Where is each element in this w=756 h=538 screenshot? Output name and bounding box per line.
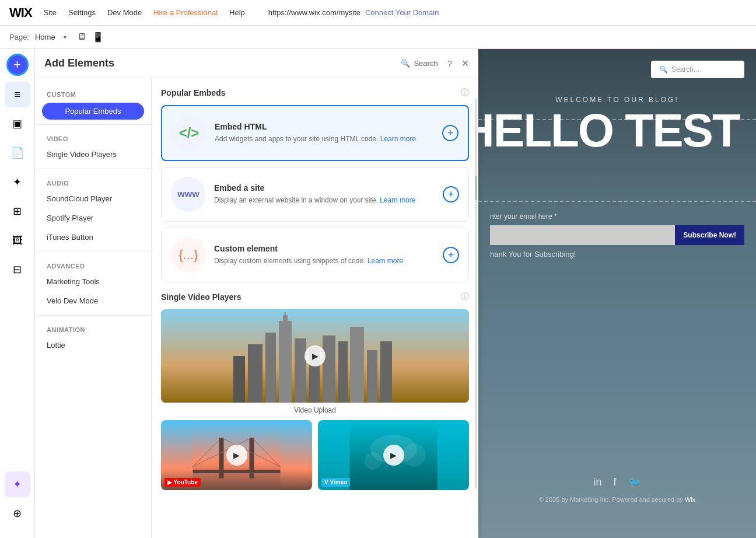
nav-settings[interactable]: Settings xyxy=(68,8,96,17)
chevron-down-icon[interactable]: ▾ xyxy=(64,34,66,40)
embed-site-info: Embed a site Display an external website… xyxy=(214,183,435,205)
nav-soundcloud[interactable]: SoundCloud Player xyxy=(35,189,151,208)
embed-site-title: Embed a site xyxy=(214,183,435,193)
info-icon[interactable]: ⓘ xyxy=(461,88,469,98)
embed-site-desc: Display an external website in a window … xyxy=(214,195,435,205)
nav-divider-3 xyxy=(35,251,151,252)
svg-rect-11 xyxy=(350,327,364,403)
nav-popular-embeds[interactable]: Popular Embeds xyxy=(42,103,144,120)
icon-sidebar-bottom: ✦ ⊕ xyxy=(5,471,30,533)
media-icon: 🖼 xyxy=(12,235,23,247)
nav-divider-2 xyxy=(35,169,151,169)
youtube-thumb[interactable]: ▶ ▶ YouTube xyxy=(161,420,312,490)
icon-sidebar: + ≡ ▣ 📄 ✦ ⊞ 🖼 ⊟ ✦ ⊕ xyxy=(0,49,35,538)
website-background: 🔍 Search... WELCOME TO OUR BLOG! HELLO T… xyxy=(478,49,756,538)
popular-embeds-title: Popular Embeds xyxy=(161,88,225,97)
vimeo-badge: V Vimeo xyxy=(321,478,350,487)
sidebar-item-apps[interactable]: ⊞ xyxy=(5,198,30,224)
facebook-icon[interactable]: f xyxy=(614,476,617,489)
footer-wix-link[interactable]: Wix xyxy=(685,496,695,503)
nav-spotify[interactable]: Spotify Player xyxy=(35,208,151,228)
embed-site-item[interactable]: www Embed a site Display an external web… xyxy=(161,167,469,222)
nav-section-video: VIDEO xyxy=(35,130,151,145)
data-icon: ⊟ xyxy=(13,263,22,276)
nav-site[interactable]: Site xyxy=(44,8,57,17)
footer-copyright: © 2035 by Marketing Inc. Powered and sec… xyxy=(539,496,683,503)
linkedin-icon[interactable]: in xyxy=(593,476,601,489)
dashed-line-middle xyxy=(478,201,756,202)
embed-html-learn-more[interactable]: Learn more xyxy=(380,135,416,143)
panel-content: Popular Embeds ⓘ </> Embed HTML Add widg… xyxy=(152,78,478,538)
add-element-button[interactable]: + xyxy=(6,54,29,76)
embed-site-add-button[interactable]: + xyxy=(443,186,459,202)
sidebar-item-ai[interactable]: ✦ xyxy=(5,471,30,497)
panel-title: Add Elements xyxy=(44,57,395,69)
vimeo-play-button[interactable]: ▶ xyxy=(383,445,404,466)
search-label: Search xyxy=(414,59,438,68)
twitter-icon[interactable]: 🐦 xyxy=(628,476,641,489)
plus-icon: + xyxy=(13,57,21,72)
mobile-icon[interactable]: 📱 xyxy=(92,32,104,43)
site-search-bar[interactable]: 🔍 Search... xyxy=(651,61,744,78)
svg-point-24 xyxy=(365,452,382,470)
sidebar-item-add[interactable]: ≡ xyxy=(5,82,30,107)
custom-element-item[interactable]: {...} Custom element Display custom elem… xyxy=(161,228,469,282)
search-icon: 🔍 xyxy=(401,59,410,68)
nav-velo[interactable]: Velo Dev Mode xyxy=(35,291,151,310)
custom-element-learn-more[interactable]: Learn more xyxy=(368,257,403,265)
youtube-play-button[interactable]: ▶ xyxy=(226,445,247,466)
video-section: Single Video Players ⓘ xyxy=(161,292,469,490)
hero-text: HELLO TEST xyxy=(478,107,756,154)
sidebar-item-pages[interactable]: 📄 xyxy=(5,140,30,166)
website-overlay: 🔍 Search... WELCOME TO OUR BLOG! HELLO T… xyxy=(478,49,756,538)
play-button[interactable]: ▶ xyxy=(304,345,326,366)
search-bar[interactable]: 🔍 Search xyxy=(401,59,438,68)
scroll-track[interactable] xyxy=(475,98,477,489)
embed-html-icon-circle: </> xyxy=(172,116,206,151)
subscribe-button[interactable]: Subscribe Now! xyxy=(675,225,744,245)
video-info-icon[interactable]: ⓘ xyxy=(461,292,469,302)
close-button[interactable]: ✕ xyxy=(461,58,469,69)
connect-domain[interactable]: Connect Your Domain xyxy=(365,8,439,17)
device-icons: 🖥 📱 xyxy=(77,32,104,43)
wix-logo: WIX xyxy=(9,5,32,20)
sidebar-item-sections[interactable]: ▣ xyxy=(5,111,30,137)
custom-element-add-button[interactable]: + xyxy=(443,247,459,263)
panel-nav: CUSTOM Popular Embeds VIDEO Single Video… xyxy=(35,78,152,538)
sidebar-item-layers[interactable]: ⊕ xyxy=(5,501,30,526)
svg-rect-1 xyxy=(233,356,245,403)
youtube-badge: ▶ YouTube xyxy=(164,478,201,487)
svg-rect-3 xyxy=(265,333,276,403)
nav-devmode[interactable]: Dev Mode xyxy=(107,8,142,17)
video-upload-thumb[interactable]: ▶ xyxy=(161,309,469,403)
vimeo-thumb[interactable]: ▶ V Vimeo xyxy=(318,420,469,490)
embed-html-title: Embed HTML xyxy=(215,122,434,131)
email-input[interactable] xyxy=(490,225,675,245)
help-button[interactable]: ? xyxy=(447,58,452,68)
nav-itunes[interactable]: iTunes Button xyxy=(35,228,151,247)
custom-element-desc: Display custom elements using snippets o… xyxy=(214,256,435,266)
nav-help[interactable]: Help xyxy=(229,8,245,17)
embed-site-learn-more[interactable]: Learn more xyxy=(380,196,415,204)
nav-single-video[interactable]: Single Video Players xyxy=(35,145,151,164)
layers-icon: ⊕ xyxy=(13,507,22,520)
add-icon: ≡ xyxy=(14,89,20,101)
nav-lottie[interactable]: Lottie xyxy=(35,336,151,355)
curly-braces-icon: {...} xyxy=(178,247,198,263)
nav-marketing-tools[interactable]: Marketing Tools xyxy=(35,272,151,291)
sidebar-item-media[interactable]: 🖼 xyxy=(5,228,30,253)
thank-you-text: hank You for Subscribing! xyxy=(490,250,744,258)
nav-hire[interactable]: Hire a Professional xyxy=(153,8,218,17)
embed-html-add-button[interactable]: + xyxy=(442,125,459,141)
svg-rect-13 xyxy=(380,341,392,403)
video-upload-label: Video Upload xyxy=(161,406,469,414)
nav-section-custom: CUSTOM xyxy=(35,85,151,100)
sidebar-item-data[interactable]: ⊟ xyxy=(5,257,30,282)
nav-section-advanced: ADVANCED xyxy=(35,257,151,272)
embed-html-item[interactable]: </> Embed HTML Add widgets and apps to y… xyxy=(161,105,469,161)
desktop-icon[interactable]: 🖥 xyxy=(77,32,86,43)
www-icon: www xyxy=(177,189,199,200)
design-icon: ✦ xyxy=(13,176,22,188)
scroll-thumb[interactable] xyxy=(475,176,477,200)
sidebar-item-design[interactable]: ✦ xyxy=(5,169,30,195)
